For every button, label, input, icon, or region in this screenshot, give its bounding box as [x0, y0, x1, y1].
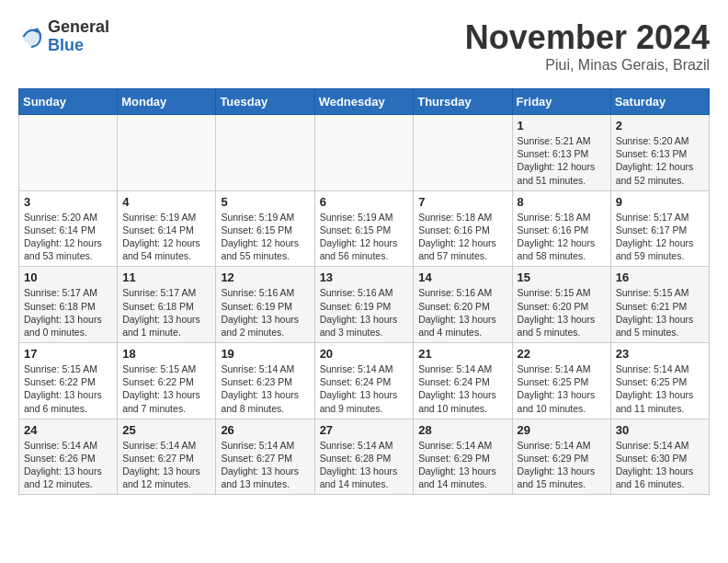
weekday-header: Sunday: [19, 89, 118, 115]
calendar-cell: 10Sunrise: 5:17 AMSunset: 6:18 PMDayligh…: [19, 267, 118, 343]
day-number: 29: [518, 423, 606, 437]
day-number: 22: [518, 347, 606, 361]
calendar-cell: [216, 115, 314, 191]
day-number: 26: [221, 423, 309, 437]
day-info: Sunrise: 5:16 AMSunset: 6:19 PMDaylight:…: [221, 286, 309, 339]
calendar-cell: 15Sunrise: 5:15 AMSunset: 6:20 PMDayligh…: [512, 267, 610, 343]
day-info: Sunrise: 5:18 AMSunset: 6:16 PMDaylight:…: [518, 211, 606, 263]
day-info: Sunrise: 5:14 AMSunset: 6:26 PMDaylight:…: [24, 439, 112, 491]
day-number: 28: [418, 423, 506, 437]
page-header: General Blue November 2024 Piui, Minas G…: [18, 18, 710, 74]
calendar-cell: 3Sunrise: 5:20 AMSunset: 6:14 PMDaylight…: [19, 190, 118, 267]
day-info: Sunrise: 5:20 AMSunset: 6:13 PMDaylight:…: [616, 134, 704, 187]
calendar-cell: 27Sunrise: 5:14 AMSunset: 6:28 PMDayligh…: [314, 419, 414, 495]
calendar-cell: 14Sunrise: 5:16 AMSunset: 6:20 PMDayligh…: [414, 267, 512, 343]
day-number: 3: [24, 195, 112, 209]
day-number: 8: [518, 195, 606, 209]
calendar-cell: 5Sunrise: 5:19 AMSunset: 6:15 PMDaylight…: [216, 190, 314, 267]
day-info: Sunrise: 5:14 AMSunset: 6:28 PMDaylight:…: [320, 439, 409, 491]
calendar-week-row: 10Sunrise: 5:17 AMSunset: 6:18 PMDayligh…: [19, 267, 710, 343]
day-info: Sunrise: 5:17 AMSunset: 6:18 PMDaylight:…: [122, 286, 210, 339]
weekday-header: Friday: [512, 89, 610, 115]
day-info: Sunrise: 5:16 AMSunset: 6:20 PMDaylight:…: [418, 286, 506, 339]
calendar-cell: 7Sunrise: 5:18 AMSunset: 6:16 PMDaylight…: [414, 190, 512, 267]
day-number: 2: [616, 119, 704, 132]
calendar-cell: 29Sunrise: 5:14 AMSunset: 6:29 PMDayligh…: [512, 419, 610, 495]
day-number: 7: [418, 195, 506, 209]
day-number: 25: [122, 423, 210, 437]
calendar-cell: 2Sunrise: 5:20 AMSunset: 6:13 PMDaylight…: [610, 115, 709, 191]
day-number: 5: [221, 195, 309, 209]
calendar-cell: [118, 115, 216, 191]
day-info: Sunrise: 5:19 AMSunset: 6:14 PMDaylight:…: [122, 211, 210, 263]
day-number: 10: [24, 270, 112, 284]
day-number: 4: [122, 195, 210, 209]
day-info: Sunrise: 5:20 AMSunset: 6:14 PMDaylight:…: [24, 211, 112, 263]
day-info: Sunrise: 5:15 AMSunset: 6:22 PMDaylight:…: [122, 362, 210, 415]
day-number: 16: [616, 270, 704, 284]
calendar-cell: 24Sunrise: 5:14 AMSunset: 6:26 PMDayligh…: [19, 419, 118, 495]
day-info: Sunrise: 5:21 AMSunset: 6:13 PMDaylight:…: [518, 134, 606, 187]
logo: General Blue: [18, 18, 109, 55]
day-info: Sunrise: 5:14 AMSunset: 6:27 PMDaylight:…: [122, 439, 210, 491]
calendar-cell: 25Sunrise: 5:14 AMSunset: 6:27 PMDayligh…: [118, 419, 216, 495]
calendar-cell: 16Sunrise: 5:15 AMSunset: 6:21 PMDayligh…: [610, 267, 709, 343]
calendar-cell: [314, 115, 414, 191]
logo-icon: [18, 24, 44, 50]
calendar-cell: 12Sunrise: 5:16 AMSunset: 6:19 PMDayligh…: [216, 267, 314, 343]
calendar-cell: 17Sunrise: 5:15 AMSunset: 6:22 PMDayligh…: [19, 343, 118, 419]
day-info: Sunrise: 5:15 AMSunset: 6:21 PMDaylight:…: [616, 286, 704, 339]
day-number: 23: [616, 347, 704, 361]
day-number: 9: [616, 195, 704, 209]
calendar-cell: 23Sunrise: 5:14 AMSunset: 6:25 PMDayligh…: [610, 343, 709, 419]
day-info: Sunrise: 5:15 AMSunset: 6:20 PMDaylight:…: [518, 286, 606, 339]
title-block: November 2024 Piui, Minas Gerais, Brazil: [465, 18, 710, 74]
calendar-table: SundayMondayTuesdayWednesdayThursdayFrid…: [18, 88, 710, 495]
day-number: 27: [320, 423, 409, 437]
calendar-week-row: 1Sunrise: 5:21 AMSunset: 6:13 PMDaylight…: [19, 115, 710, 191]
calendar-week-row: 24Sunrise: 5:14 AMSunset: 6:26 PMDayligh…: [19, 419, 710, 495]
calendar-cell: 28Sunrise: 5:14 AMSunset: 6:29 PMDayligh…: [414, 419, 512, 495]
logo-text: General Blue: [48, 18, 109, 55]
calendar-cell: 22Sunrise: 5:14 AMSunset: 6:25 PMDayligh…: [512, 343, 610, 419]
day-info: Sunrise: 5:14 AMSunset: 6:24 PMDaylight:…: [320, 362, 409, 415]
day-number: 24: [24, 423, 112, 437]
calendar-cell: 19Sunrise: 5:14 AMSunset: 6:23 PMDayligh…: [216, 343, 314, 419]
day-number: 1: [518, 119, 606, 132]
day-info: Sunrise: 5:14 AMSunset: 6:29 PMDaylight:…: [418, 439, 506, 491]
day-number: 20: [320, 347, 409, 361]
month-title: November 2024: [465, 18, 710, 57]
day-info: Sunrise: 5:16 AMSunset: 6:19 PMDaylight:…: [320, 286, 409, 339]
day-info: Sunrise: 5:14 AMSunset: 6:24 PMDaylight:…: [418, 362, 506, 415]
day-info: Sunrise: 5:19 AMSunset: 6:15 PMDaylight:…: [221, 211, 309, 263]
weekday-header: Saturday: [610, 89, 709, 115]
calendar-cell: 13Sunrise: 5:16 AMSunset: 6:19 PMDayligh…: [314, 267, 414, 343]
calendar-cell: 21Sunrise: 5:14 AMSunset: 6:24 PMDayligh…: [414, 343, 512, 419]
day-info: Sunrise: 5:19 AMSunset: 6:15 PMDaylight:…: [320, 211, 409, 263]
calendar-header-row: SundayMondayTuesdayWednesdayThursdayFrid…: [19, 89, 710, 115]
calendar-cell: 1Sunrise: 5:21 AMSunset: 6:13 PMDaylight…: [512, 115, 610, 191]
day-info: Sunrise: 5:14 AMSunset: 6:25 PMDaylight:…: [518, 362, 606, 415]
calendar-week-row: 3Sunrise: 5:20 AMSunset: 6:14 PMDaylight…: [19, 190, 710, 267]
calendar-cell: [414, 115, 512, 191]
day-number: 6: [320, 195, 409, 209]
weekday-header: Monday: [118, 89, 216, 115]
day-info: Sunrise: 5:14 AMSunset: 6:23 PMDaylight:…: [221, 362, 309, 415]
day-number: 18: [122, 347, 210, 361]
day-number: 15: [518, 270, 606, 284]
day-number: 13: [320, 270, 409, 284]
day-number: 11: [122, 270, 210, 284]
calendar-cell: 11Sunrise: 5:17 AMSunset: 6:18 PMDayligh…: [118, 267, 216, 343]
weekday-header: Thursday: [414, 89, 512, 115]
calendar-cell: [19, 115, 118, 191]
calendar-cell: 6Sunrise: 5:19 AMSunset: 6:15 PMDaylight…: [314, 190, 414, 267]
calendar-week-row: 17Sunrise: 5:15 AMSunset: 6:22 PMDayligh…: [19, 343, 710, 419]
calendar-cell: 8Sunrise: 5:18 AMSunset: 6:16 PMDaylight…: [512, 190, 610, 267]
day-info: Sunrise: 5:17 AMSunset: 6:18 PMDaylight:…: [24, 286, 112, 339]
calendar-cell: 26Sunrise: 5:14 AMSunset: 6:27 PMDayligh…: [216, 419, 314, 495]
day-number: 14: [418, 270, 506, 284]
day-number: 19: [221, 347, 309, 361]
calendar-cell: 9Sunrise: 5:17 AMSunset: 6:17 PMDaylight…: [610, 190, 709, 267]
day-info: Sunrise: 5:14 AMSunset: 6:27 PMDaylight:…: [221, 439, 309, 491]
day-info: Sunrise: 5:14 AMSunset: 6:25 PMDaylight:…: [616, 362, 704, 415]
